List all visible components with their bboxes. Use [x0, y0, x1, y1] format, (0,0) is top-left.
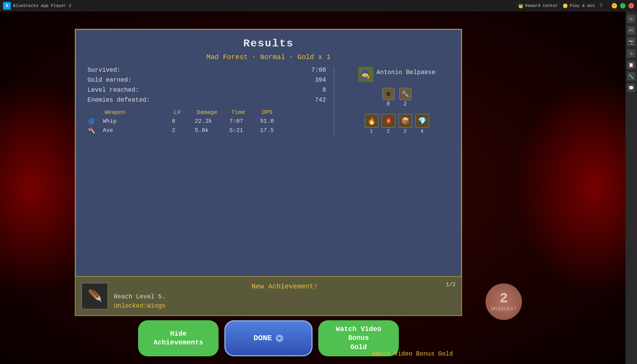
gold-row: Gold earned: 394: [87, 77, 326, 84]
enemies-label: Enemies defeated:: [87, 97, 150, 104]
axe-lv: 2: [172, 127, 195, 134]
axe-name: Axe: [103, 127, 172, 134]
sidebar-icon-4[interactable]: ⚙: [627, 49, 635, 58]
window-controls: ─ □ ✕: [612, 3, 634, 8]
item-icon-3: 📦: [398, 114, 412, 128]
character-sprite: 🧙: [358, 67, 374, 82]
game-area: Results Mad Forest - Normal - Gold x 1 S…: [0, 12, 625, 364]
achievement-content: New Achievement! Reach Level 5. Unlocked…: [114, 283, 456, 310]
wings-icon: 🪶: [88, 289, 102, 303]
done-button[interactable]: DONE ▶: [224, 320, 313, 356]
sidebar-icon-7[interactable]: 💬: [627, 84, 635, 92]
stage-info: Mad Forest - Normal - Gold x 1: [76, 53, 461, 61]
item-count-2: 2: [387, 128, 390, 134]
unlocks-number: 2: [500, 292, 508, 306]
axe-time: 5:21: [229, 127, 260, 134]
item-count-3: 2: [404, 128, 407, 134]
help-icon[interactable]: ?: [599, 3, 602, 9]
items-row: 🔥 1 🏮 2 📦 2 💎 4: [365, 114, 429, 134]
achievement-progress: 1/2: [446, 282, 456, 288]
whip-icon: 🌀: [87, 117, 95, 125]
weapon-header: Weapon LV Damage Time DPS: [87, 109, 326, 116]
level-label: Level reached:: [87, 87, 139, 94]
play-win-btn[interactable]: 🪙 Play & Win: [563, 3, 595, 8]
weapon-col-header: Weapon: [105, 109, 174, 116]
hatch-bonus-text: Hatch Video Bonus Gold: [372, 350, 453, 358]
whip-lv: 8: [172, 118, 195, 125]
item-icon-1: 🔥: [365, 114, 379, 128]
item-icon-2: 🏮: [382, 114, 395, 128]
powerup-count-1: 8: [387, 101, 390, 107]
axe-icon: 🪓: [87, 127, 95, 134]
character-header: 🧙 Antonio Belpaese: [358, 67, 436, 82]
sidebar-icon-2[interactable]: 🎮: [627, 26, 635, 35]
powerup-row: ⚙️ 8 🔧 2: [382, 88, 411, 107]
powerup-icon-2: 🔧: [399, 88, 411, 100]
sidebar-icon-5[interactable]: 📋: [627, 61, 635, 69]
stats-section: Survived: 7:08 Gold earned: 394 Level re…: [76, 67, 461, 136]
axe-damage: 5.6k: [195, 127, 229, 134]
achievement-unlock: Unlocked:Wings: [114, 303, 456, 310]
sidebar-icon-1[interactable]: ⊞: [627, 15, 635, 23]
dps-col-header: DPS: [262, 109, 289, 116]
coin-icon: 🪙: [563, 3, 568, 8]
close-button[interactable]: ✕: [629, 3, 634, 8]
whip-dps: 51.8: [260, 118, 287, 125]
survived-row: Survived: 7:08: [87, 67, 326, 74]
sidebar-icon-6[interactable]: 🔧: [627, 72, 635, 81]
table-row: 🌀 Whip 8 22.2k 7:07 51.8: [87, 117, 326, 125]
lv-col-header: LV: [174, 109, 197, 116]
survived-value: 7:08: [311, 67, 326, 74]
whip-name: Whip: [103, 118, 172, 125]
unlocks-badge: 2 Unlocks!: [486, 283, 522, 320]
gold-value: 394: [315, 77, 326, 84]
done-arrow-icon: ▶: [276, 334, 283, 342]
stats-right: 🧙 Antonio Belpaese ⚙️ 8 🔧 2 🔥: [334, 67, 449, 136]
app-title: BlueStacks App Player 2: [13, 3, 518, 8]
hide-achievements-button[interactable]: HideAchievements: [138, 320, 219, 356]
minimize-button[interactable]: ─: [612, 3, 617, 8]
maximize-button[interactable]: □: [620, 3, 625, 8]
damage-col-header: Damage: [197, 109, 231, 116]
crown-icon: 👑: [518, 3, 523, 8]
results-panel: Results Mad Forest - Normal - Gold x 1 S…: [75, 29, 462, 290]
unlocks-label: Unlocks!: [491, 306, 517, 312]
axe-dps: 17.5: [260, 127, 287, 134]
table-row: 🪓 Axe 2 5.6k 5:21 17.5: [87, 127, 326, 134]
achievement-title: New Achievement!: [114, 283, 456, 290]
enemies-row: Enemies defeated: 742: [87, 97, 326, 104]
done-label: DONE: [253, 334, 272, 343]
sidebar-icon-3[interactable]: 📷: [627, 38, 635, 46]
item-count-4: 4: [421, 128, 424, 134]
app-logo: B: [3, 2, 11, 10]
survived-label: Survived:: [87, 67, 120, 74]
item-icon-4: 💎: [415, 114, 429, 128]
achievement-icon: 🪶: [81, 283, 108, 310]
weapon-table: Weapon LV Damage Time DPS 🌀 Whip 8 22.2k…: [87, 109, 326, 134]
achievement-description: Reach Level 5.: [114, 293, 456, 300]
right-sidebar: ⊞ 🎮 📷 ⚙ 📋 🔧 💬: [625, 12, 637, 364]
whip-damage: 22.2k: [195, 118, 229, 125]
time-col-header: Time: [231, 109, 262, 116]
character-name: Antonio Belpaese: [377, 69, 436, 76]
titlebar-right: 👑 Reward Center 🪙 Play & Win ? ─ □ ✕: [518, 3, 634, 9]
stats-left: Survived: 7:08 Gold earned: 394 Level re…: [87, 67, 334, 136]
titlebar: B BlueStacks App Player 2 👑 Reward Cente…: [0, 0, 637, 12]
level-row: Level reached: 8: [87, 87, 326, 94]
item-count-1: 1: [370, 128, 373, 134]
achievement-panel[interactable]: 1/2 🪶 New Achievement! Reach Level 5. Un…: [75, 276, 462, 316]
gold-label: Gold earned:: [87, 77, 132, 84]
whip-time: 7:07: [229, 118, 260, 125]
enemies-value: 742: [315, 97, 326, 104]
results-title: Results: [76, 30, 461, 53]
powerup-count-2: 2: [403, 101, 407, 107]
powerup-icon-1: ⚙️: [382, 88, 395, 100]
reward-center-btn[interactable]: 👑 Reward Center: [518, 3, 558, 8]
level-value: 8: [322, 87, 326, 94]
